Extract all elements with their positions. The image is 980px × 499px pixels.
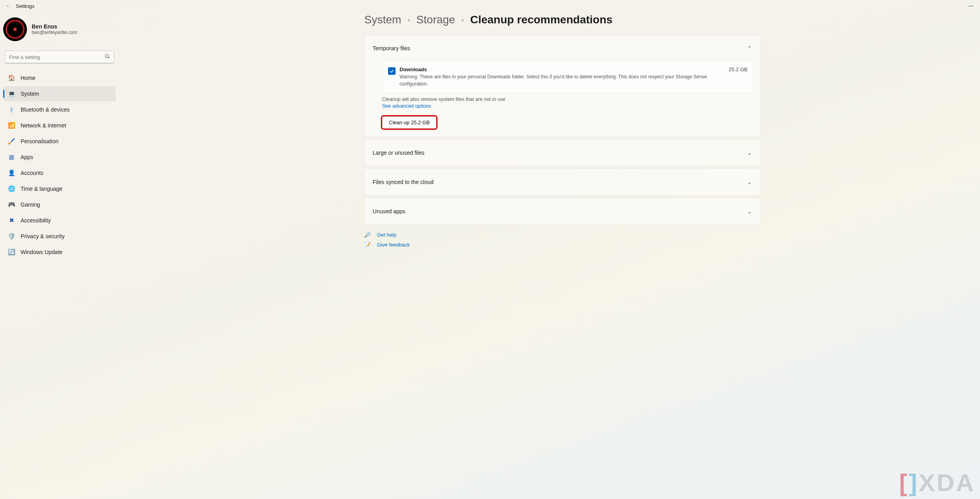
network-icon: 📶 <box>8 122 15 129</box>
panel-title: Unused apps <box>373 208 405 214</box>
breadcrumb: System › Storage › Cleanup recommendatio… <box>364 13 972 35</box>
downloads-card: Downloads Warning: These are files in yo… <box>382 61 754 93</box>
panel-large-files: Large or unused files ⌄ <box>364 139 760 166</box>
home-icon: 🏠 <box>8 74 15 82</box>
sidebar-item-accessibility[interactable]: ✖Accessibility <box>3 213 116 228</box>
breadcrumb-storage[interactable]: Storage <box>416 13 455 26</box>
system-icon: 💻 <box>8 90 15 97</box>
accounts-icon: 👤 <box>8 169 15 176</box>
panel-synced-files: Files synced to the cloud ⌄ <box>364 169 760 195</box>
give-feedback-row: 📝 Give feedback <box>364 242 972 248</box>
sidebar-item-system[interactable]: 💻System <box>3 86 116 101</box>
gaming-icon: 🎮 <box>8 201 15 208</box>
feedback-icon: 📝 <box>364 242 371 248</box>
personalisation-icon: 🖌️ <box>8 138 15 145</box>
privacy-icon: 🛡️ <box>8 233 15 240</box>
sidebar-item-time[interactable]: 🌐Time & language <box>3 181 116 196</box>
help-links: 🔎 Get help 📝 Give feedback <box>364 232 972 248</box>
nav-list: 🏠Home💻SystemᛒBluetooth & devices📶Network… <box>3 70 116 260</box>
sidebar-item-label: Home <box>21 75 35 81</box>
sidebar-item-label: Accessibility <box>21 217 51 224</box>
update-icon: 🔄 <box>8 249 15 256</box>
chevron-right-icon: › <box>461 16 464 24</box>
profile-block[interactable]: Ben Enos ben@writeywrite.com <box>3 16 116 49</box>
search-box <box>5 51 114 63</box>
sidebar-item-label: Windows Update <box>21 249 63 255</box>
sidebar-item-network[interactable]: 📶Network & internet <box>3 118 116 133</box>
chevron-down-icon: ⌄ <box>747 179 752 185</box>
panel-title: Large or unused files <box>373 150 424 156</box>
accessibility-icon: ✖ <box>8 217 15 224</box>
sidebar-item-label: Accounts <box>21 170 44 176</box>
sidebar: Ben Enos ben@writeywrite.com 🏠Home💻Syste… <box>0 16 119 260</box>
profile-email: ben@writeywrite.com <box>32 30 77 35</box>
bracket-icon: ] <box>909 469 919 497</box>
minimize-button[interactable]: — <box>962 0 980 12</box>
panel-header-unused-apps[interactable]: Unused apps ⌄ <box>365 198 760 224</box>
watermark-text: XDA <box>919 469 975 497</box>
sidebar-item-label: Privacy & security <box>21 233 65 239</box>
svg-line-1 <box>108 57 110 59</box>
profile-name: Ben Enos <box>32 23 77 30</box>
watermark: [ ] XDA <box>899 469 975 497</box>
sidebar-item-personalisation[interactable]: 🖌️Personalisation <box>3 134 116 149</box>
chevron-down-icon: ⌄ <box>747 150 752 156</box>
svg-point-0 <box>105 54 108 57</box>
sidebar-item-label: Apps <box>21 154 33 160</box>
sidebar-item-accounts[interactable]: 👤Accounts <box>3 165 116 180</box>
sidebar-item-gaming[interactable]: 🎮Gaming <box>3 197 116 212</box>
cleanup-button[interactable]: Clean up 25.2 GB <box>382 116 436 129</box>
advanced-options-link[interactable]: See advanced options <box>382 103 431 109</box>
help-icon: 🔎 <box>364 232 371 238</box>
downloads-checkbox[interactable] <box>388 67 396 75</box>
sidebar-item-label: Personalisation <box>21 138 59 144</box>
panel-header-synced-files[interactable]: Files synced to the cloud ⌄ <box>365 169 760 195</box>
cleanup-note: Cleanup will also remove system files th… <box>382 97 754 102</box>
sidebar-item-label: Time & language <box>21 186 62 192</box>
sidebar-item-label: System <box>21 91 39 97</box>
sidebar-item-label: Gaming <box>21 201 40 208</box>
downloads-title: Downloads <box>400 66 724 72</box>
downloads-size: 25.2 GB <box>729 66 748 72</box>
get-help-row: 🔎 Get help <box>364 232 972 238</box>
avatar <box>3 17 27 41</box>
chevron-up-icon: ⌃ <box>747 45 752 51</box>
get-help-link[interactable]: Get help <box>377 232 396 238</box>
search-input[interactable] <box>5 51 114 63</box>
panel-temporary-files: Temporary files ⌃ Downloads Warning: The… <box>364 35 760 137</box>
chevron-right-icon: › <box>407 16 410 24</box>
panel-unused-apps: Unused apps ⌄ <box>364 198 760 225</box>
bracket-icon: [ <box>899 469 909 497</box>
bluetooth-icon: ᛒ <box>8 106 15 113</box>
app-title: Settings <box>16 3 34 9</box>
panel-header-large-files[interactable]: Large or unused files ⌄ <box>365 140 760 166</box>
panel-title: Temporary files <box>373 45 410 51</box>
downloads-warning: Warning: These are files in your persona… <box>400 73 724 87</box>
panel-title: Files synced to the cloud <box>373 179 434 185</box>
main-content: System › Storage › Cleanup recommendatio… <box>119 13 980 248</box>
sidebar-item-apps[interactable]: ▦Apps <box>3 150 116 165</box>
breadcrumb-system[interactable]: System <box>364 13 401 26</box>
sidebar-item-home[interactable]: 🏠Home <box>3 70 116 85</box>
apps-icon: ▦ <box>8 154 15 161</box>
time-icon: 🌐 <box>8 185 15 192</box>
panel-header-temporary-files[interactable]: Temporary files ⌃ <box>365 35 760 61</box>
back-button[interactable]: ← <box>6 3 11 9</box>
sidebar-item-label: Bluetooth & devices <box>21 106 70 113</box>
search-icon[interactable] <box>105 54 110 61</box>
sidebar-item-update[interactable]: 🔄Windows Update <box>3 245 116 260</box>
give-feedback-link[interactable]: Give feedback <box>377 242 410 248</box>
sidebar-item-bluetooth[interactable]: ᛒBluetooth & devices <box>3 102 116 117</box>
sidebar-item-label: Network & internet <box>21 122 66 129</box>
chevron-down-icon: ⌄ <box>747 208 752 214</box>
sidebar-item-privacy[interactable]: 🛡️Privacy & security <box>3 229 116 244</box>
temporary-files-body: Downloads Warning: These are files in yo… <box>365 61 760 137</box>
page-title: Cleanup recommendations <box>470 13 612 26</box>
